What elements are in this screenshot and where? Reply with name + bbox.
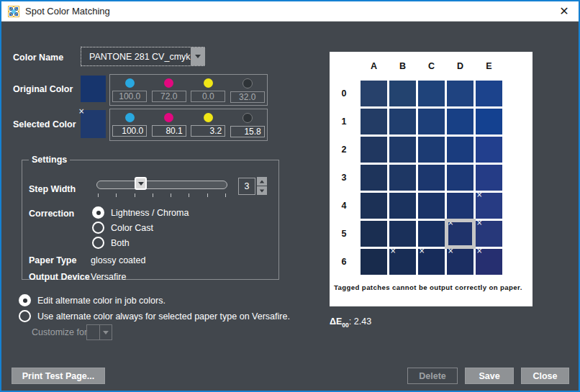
color-name-dropdown-button[interactable] bbox=[191, 47, 205, 65]
color-name-dropdown[interactable]: PANTONE 281 CV_cmyk bbox=[81, 47, 204, 66]
patch-E1[interactable] bbox=[476, 109, 502, 135]
row-label-3: 3 bbox=[330, 173, 358, 183]
patch-A4[interactable] bbox=[361, 193, 387, 219]
radio-icon[interactable] bbox=[92, 237, 104, 249]
radio-icon[interactable] bbox=[92, 206, 104, 219]
title-bar: Spot Color Matching ✕ bbox=[1, 1, 579, 22]
save-button[interactable]: Save bbox=[465, 368, 514, 384]
patch-tag-icon: × bbox=[476, 247, 482, 255]
delta-e-label: ΔE bbox=[330, 316, 342, 327]
patch-E3[interactable] bbox=[476, 165, 502, 191]
patch-grid-panel: ABCDE 01234×5××6×××× Tagged patches cann… bbox=[330, 52, 533, 306]
patch-E2[interactable] bbox=[476, 137, 502, 163]
selected-yellow-field[interactable]: 3.2 bbox=[191, 125, 225, 137]
patch-A3[interactable] bbox=[361, 165, 387, 191]
row-label-4: 4 bbox=[330, 201, 358, 211]
customize-for-dropdown[interactable] bbox=[86, 324, 112, 340]
selected-cyan: 100.0 bbox=[111, 113, 148, 137]
output-device-value: Versafire bbox=[91, 272, 126, 282]
selected-magenta-field[interactable]: 80.1 bbox=[152, 125, 186, 137]
selected-channels: 100.0 80.1 3.2 15.8 bbox=[109, 109, 268, 141]
patch-B6[interactable]: × bbox=[389, 249, 416, 275]
patch-B0[interactable] bbox=[389, 81, 416, 106]
selected-color-swatch: × bbox=[81, 110, 106, 138]
patch-row-3: 3 bbox=[330, 165, 502, 191]
delta-e-readout: ΔE00: 2.43 bbox=[330, 316, 371, 329]
patch-row-0: 0 bbox=[330, 81, 502, 106]
edit-alternate-color-label: Edit alternate color in job colors. bbox=[37, 296, 166, 306]
step-width-slider[interactable] bbox=[96, 181, 227, 189]
original-yellow: 0.0 bbox=[189, 78, 227, 102]
step-width-increment-button[interactable] bbox=[257, 177, 267, 186]
cyan-dot-icon bbox=[125, 113, 135, 122]
patch-E6[interactable]: × bbox=[476, 249, 502, 275]
radio-icon[interactable] bbox=[19, 310, 31, 322]
patch-A0[interactable] bbox=[361, 81, 387, 106]
correction-option-both[interactable]: Both bbox=[92, 237, 130, 249]
correction-option-label: Color Cast bbox=[111, 223, 153, 233]
selected-cyan-field[interactable]: 100.0 bbox=[112, 125, 147, 137]
patch-row-4: 4× bbox=[330, 193, 502, 219]
edit-alternate-color-option[interactable]: Edit alternate color in job colors. bbox=[19, 294, 166, 306]
patch-E4[interactable]: × bbox=[476, 193, 502, 219]
delete-button[interactable]: Delete bbox=[407, 368, 458, 384]
patch-C1[interactable] bbox=[418, 109, 445, 135]
customize-for-label: Customize for bbox=[32, 327, 87, 337]
patch-C5[interactable] bbox=[418, 221, 445, 247]
patch-A2[interactable] bbox=[361, 137, 387, 163]
step-width-slider-thumb[interactable] bbox=[135, 177, 147, 190]
patch-C0[interactable] bbox=[418, 81, 445, 106]
patch-tag-icon: × bbox=[390, 247, 396, 255]
yellow-dot-icon bbox=[204, 113, 213, 122]
patch-A5[interactable] bbox=[361, 221, 387, 247]
patch-D2[interactable] bbox=[447, 137, 473, 163]
correction-label: Correction bbox=[29, 209, 74, 219]
patch-D3[interactable] bbox=[447, 165, 473, 191]
patch-D0[interactable] bbox=[447, 81, 473, 106]
patch-D1[interactable] bbox=[447, 109, 473, 135]
original-black-field: 32.0 bbox=[230, 91, 265, 103]
patch-B3[interactable] bbox=[389, 165, 416, 191]
patch-D4[interactable] bbox=[447, 193, 473, 219]
customize-for-dropdown-button[interactable] bbox=[100, 325, 112, 339]
patch-C6[interactable]: × bbox=[418, 249, 445, 275]
correction-option-lightness-chroma[interactable]: Lightness / Chroma bbox=[92, 206, 189, 219]
close-button[interactable]: Close bbox=[521, 368, 569, 384]
patch-B2[interactable] bbox=[389, 137, 416, 163]
use-alternate-color-label: Use alternate color always for selected … bbox=[37, 311, 290, 322]
radio-icon[interactable] bbox=[92, 222, 104, 234]
print-test-page-button[interactable]: Print Test Page... bbox=[12, 368, 105, 384]
patch-C2[interactable] bbox=[418, 137, 445, 163]
output-device-label: Output Device bbox=[29, 272, 90, 282]
patch-C3[interactable] bbox=[418, 165, 445, 191]
patch-tag-icon: × bbox=[419, 247, 425, 255]
patch-E0[interactable] bbox=[476, 81, 502, 106]
selected-yellow: 3.2 bbox=[189, 113, 227, 137]
selected-magenta: 80.1 bbox=[150, 113, 188, 137]
patch-B4[interactable] bbox=[389, 193, 416, 219]
patch-D6[interactable]: × bbox=[447, 249, 473, 275]
patch-E5[interactable]: × bbox=[476, 221, 502, 247]
tagged-patches-note: Tagged patches cannot be output correctl… bbox=[334, 283, 530, 291]
chevron-down-icon bbox=[195, 55, 201, 58]
patch-B1[interactable] bbox=[389, 109, 416, 135]
patch-D5[interactable]: × bbox=[447, 221, 473, 247]
black-dot-icon bbox=[243, 113, 253, 123]
patch-row-6: 6×××× bbox=[330, 249, 502, 275]
patch-tag-icon: × bbox=[476, 191, 482, 199]
column-header-B: B bbox=[389, 61, 416, 71]
selected-patch-frame bbox=[445, 219, 476, 249]
paper-type-label: Paper Type bbox=[29, 255, 76, 265]
radio-icon[interactable] bbox=[19, 294, 31, 306]
close-icon[interactable]: ✕ bbox=[556, 4, 572, 19]
patch-C4[interactable] bbox=[418, 193, 445, 219]
use-alternate-color-option[interactable]: Use alternate color always for selected … bbox=[19, 310, 290, 322]
step-width-value[interactable]: 3 bbox=[238, 178, 255, 195]
step-width-decrement-button[interactable] bbox=[257, 186, 267, 195]
correction-option-color-cast[interactable]: Color Cast bbox=[92, 222, 153, 234]
patch-B5[interactable] bbox=[389, 221, 416, 247]
color-name-value: PANTONE 281 CV_cmyk bbox=[89, 52, 191, 62]
patch-A6[interactable] bbox=[361, 249, 387, 275]
patch-A1[interactable] bbox=[361, 109, 387, 135]
selected-black-field[interactable]: 15.8 bbox=[230, 126, 265, 137]
